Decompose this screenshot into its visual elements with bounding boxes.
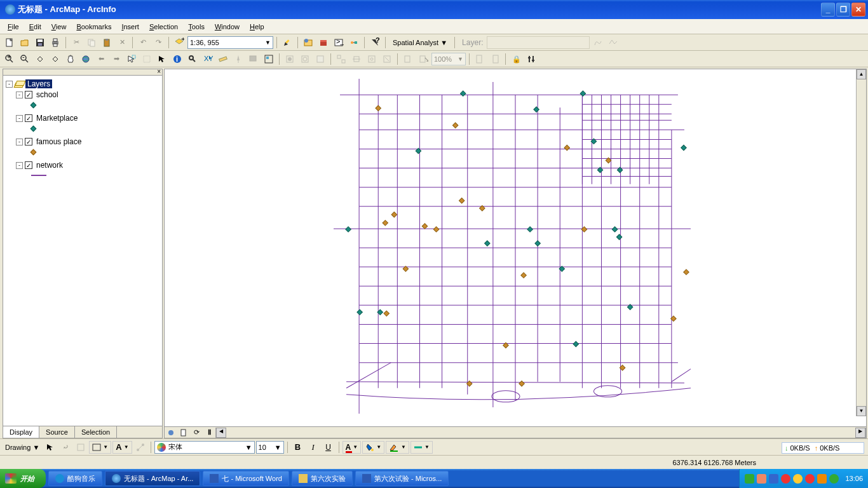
measure-icon[interactable] [216,52,230,66]
zoom-out-icon[interactable]: - [18,52,32,66]
layer-checkbox[interactable]: ✓ [25,161,32,169]
pause-icon[interactable]: Ⅱ [204,428,214,437]
zoom-pct-combo[interactable]: 100%▼ [431,53,466,65]
refresh-icon[interactable]: ⟳ [191,428,201,437]
vertical-scrollbar[interactable]: ▲ ▼ [856,69,866,416]
arctoolbox-icon[interactable] [316,36,330,50]
tray-icon[interactable] [805,474,815,484]
effects-1-icon[interactable] [283,52,297,66]
expand-icon[interactable]: - [16,139,23,146]
zoom-in-icon[interactable]: + [3,52,17,66]
editor-toolbar-icon[interactable] [280,36,294,50]
layer-checkbox[interactable]: ✓ [25,91,32,98]
tray-icon[interactable] [781,474,790,484]
georef-1-icon[interactable] [334,52,348,66]
drawing-menu[interactable]: Drawing ▼ [3,444,42,451]
fixed-zoom-in-icon[interactable] [33,52,47,66]
html-popup-icon[interactable] [247,52,261,66]
redo-icon[interactable]: ↷ [151,36,165,50]
menu-bookmarks[interactable]: Bookmarks [71,21,116,32]
font-color-icon[interactable]: A▼ [342,441,362,454]
clock[interactable]: 13:06 [845,475,863,482]
marker-color-icon[interactable]: ▼ [410,441,433,454]
clear-selection-icon[interactable] [140,52,154,66]
cut-icon[interactable]: ✂ [69,36,83,50]
layer-combo[interactable] [487,36,590,49]
tray-icon[interactable] [769,474,778,484]
expand-icon[interactable]: - [16,115,23,122]
delete-icon[interactable]: ✕ [115,36,129,50]
maximize-button[interactable]: ❐ [836,3,850,17]
copy-icon[interactable] [85,36,98,50]
task-word2[interactable]: 第六次试验 - Micros... [355,471,449,486]
spatial-analyst-menu[interactable]: Spatial Analyst ▼ [389,39,451,46]
viewer-window-icon[interactable] [262,52,276,66]
task-arcmap[interactable]: 无标题 - ArcMap - Ar... [105,471,200,486]
identify-icon[interactable]: i [170,52,184,66]
histogram-icon[interactable] [591,36,605,50]
select-elements-icon[interactable] [155,52,169,66]
paste-icon[interactable] [100,36,114,50]
toc-close-icon[interactable]: × [157,68,161,75]
menu-insert[interactable]: Insert [116,21,144,32]
task-folder[interactable]: 第六次实验 [292,471,353,486]
expand-icon[interactable]: - [16,92,23,98]
effects-3-icon[interactable] [313,52,327,66]
data-view-icon[interactable] [166,428,176,437]
layer-school[interactable]: school [35,90,60,99]
georef-4-icon[interactable] [380,52,394,66]
adjust-icon[interactable] [524,52,538,66]
georef-2-icon[interactable] [349,52,363,66]
tray-icon[interactable] [829,474,839,484]
add-data-icon[interactable]: + [172,36,186,50]
horizontal-scrollbar[interactable]: ◀▶ [215,428,866,438]
print-icon[interactable] [48,36,62,50]
fixed-zoom-out-icon[interactable] [48,52,62,66]
goto-xy-icon[interactable]: XY [201,52,215,66]
effects-2-icon[interactable] [298,52,312,66]
georef-3-icon[interactable] [365,52,379,66]
undo-icon[interactable]: ↶ [136,36,150,50]
save-icon[interactable] [33,36,47,50]
menu-edit[interactable]: Edit [24,21,46,32]
map-view[interactable]: ▲ ▼ [164,69,867,427]
menu-window[interactable]: Window [210,21,245,32]
hyperlink-icon[interactable] [231,52,245,66]
pan-icon[interactable] [64,52,78,66]
text-tool[interactable]: A▼ [112,441,132,454]
next-extent-icon[interactable]: ➡ [109,52,123,66]
page-next-icon[interactable] [488,52,502,66]
full-extent-icon[interactable] [79,52,93,66]
zoom-to-selected-icon[interactable] [74,440,88,454]
line-color-icon[interactable]: ▼ [386,441,409,454]
bold-icon[interactable]: B [291,440,305,454]
model-builder-icon[interactable] [347,36,361,50]
font-size-combo[interactable]: 10▼ [256,441,284,454]
toc-tree[interactable]: - Layers - ✓ school - ✓ Marketplace - ✓ … [3,76,162,426]
tray-icon[interactable] [757,474,766,484]
menu-view[interactable]: View [46,21,72,32]
tray-icon[interactable] [817,474,827,484]
layout-view-icon[interactable] [179,428,189,437]
menu-selection[interactable]: Selection [144,21,183,32]
page-prev-icon[interactable] [473,52,487,66]
menu-file[interactable]: File [3,21,24,32]
system-tray[interactable]: 13:06 [739,469,868,488]
task-word1[interactable]: 七 - Microsoft Word [203,471,289,486]
rectangle-tool[interactable]: ▼ [89,441,111,454]
layer-marketplace[interactable]: Marketplace [35,114,79,123]
tray-icon[interactable] [745,474,754,484]
prev-extent-icon[interactable]: ⬅ [94,52,108,66]
layer-checkbox[interactable]: ✓ [25,138,32,146]
new-icon[interactable] [3,36,17,50]
italic-icon[interactable]: I [306,440,320,454]
fill-color-icon[interactable]: ▼ [362,441,384,454]
layer-network[interactable]: network [35,161,64,170]
task-kugou[interactable]: 酷狗音乐 [48,471,102,486]
arccatalog-icon[interactable] [301,36,315,50]
command-line-icon[interactable]: >_ [332,36,346,50]
close-button[interactable]: ✕ [851,3,865,17]
menu-tools[interactable]: Tools [183,21,210,32]
open-icon[interactable] [18,36,32,50]
select-features-icon[interactable] [125,52,139,66]
